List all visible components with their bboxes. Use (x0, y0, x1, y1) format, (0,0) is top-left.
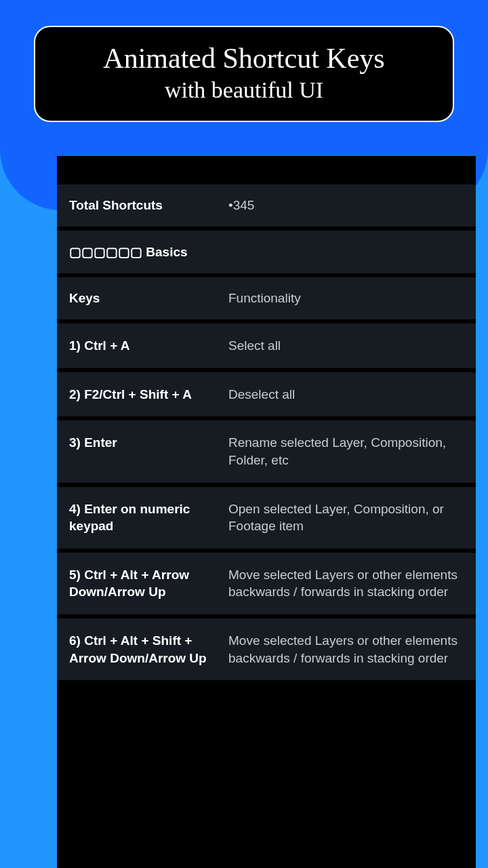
shortcut-functionality: Move selected Layers or other elements b… (228, 632, 464, 667)
total-shortcuts-section: Total Shortcuts •345 (57, 184, 476, 226)
shortcut-row[interactable]: 6) Ctrl + Alt + Shift + Arrow Down/Arrow… (57, 618, 476, 680)
shortcut-row[interactable]: 5) Ctrl + Alt + Arrow Down/Arrow Up Move… (57, 553, 476, 614)
table-header-row: Keys Functionality (57, 277, 476, 319)
shortcut-key: 1) Ctrl + A (69, 337, 228, 355)
shortcut-functionality: Select all (228, 337, 464, 355)
shortcut-row[interactable]: 3) Enter Rename selected Layer, Composit… (57, 420, 476, 482)
category-label: ▢▢▢▢▢▢ Basics (69, 244, 464, 260)
shortcut-key: 5) Ctrl + Alt + Arrow Down/Arrow Up (69, 566, 228, 601)
banner-subtitle: with beautiful UI (49, 77, 439, 103)
header-banner: Animated Shortcut Keys with beautiful UI (34, 26, 454, 122)
keys-header: Keys (69, 291, 228, 306)
shortcut-key: 2) F2/Ctrl + Shift + A (69, 386, 228, 403)
category-section[interactable]: ▢▢▢▢▢▢ Basics (57, 231, 476, 273)
shortcut-key: 4) Enter on numeric keypad (69, 500, 228, 535)
shortcut-functionality: Rename selected Layer, Composition, Fold… (228, 434, 464, 469)
shortcut-row[interactable]: 4) Enter on numeric keypad Open selected… (57, 487, 476, 549)
shortcut-functionality: Move selected Layers or other elements b… (228, 566, 464, 601)
shortcut-functionality: Deselect all (228, 386, 464, 403)
banner-title: Animated Shortcut Keys (49, 42, 439, 75)
app-container: Total Shortcuts •345 ▢▢▢▢▢▢ Basics Keys … (57, 156, 476, 868)
total-value: •345 (228, 198, 254, 213)
shortcut-row[interactable]: 2) F2/Ctrl + Shift + A Deselect all (57, 372, 476, 417)
app-top-bar (57, 156, 476, 184)
shortcut-row[interactable]: 1) Ctrl + A Select all (57, 323, 476, 368)
shortcut-functionality: Open selected Layer, Composition, or Foo… (228, 500, 464, 535)
shortcut-key: 6) Ctrl + Alt + Shift + Arrow Down/Arrow… (69, 632, 228, 667)
functionality-header: Functionality (228, 291, 464, 306)
shortcut-key: 3) Enter (69, 434, 228, 469)
total-label: Total Shortcuts (69, 198, 228, 213)
